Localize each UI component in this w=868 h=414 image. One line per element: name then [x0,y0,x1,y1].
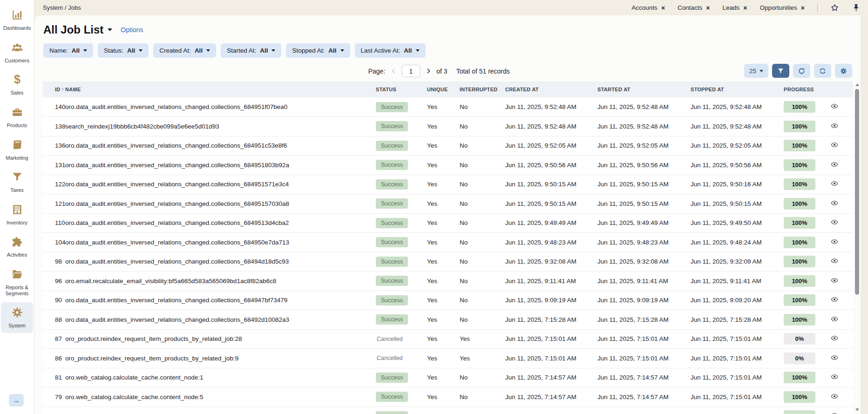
options-link[interactable]: Options [121,26,143,34]
job-row[interactable]: 122 oro.data_audit.entities_inversed_rel… [43,175,853,194]
main-menu-sidebar: Dashboards Customers $ Sales Products Ma… [0,0,34,414]
sidebar-item[interactable]: Products [1,102,33,133]
view-job-icon[interactable] [831,354,838,361]
column-header-created-at[interactable]: CREATED AT [499,81,591,97]
view-job-icon[interactable] [831,393,838,400]
column-header-interrupted[interactable]: INTERRUPTED [453,81,499,97]
job-row[interactable]: 104 oro.data_audit.entities_inversed_rel… [43,233,853,252]
reset-button[interactable] [814,64,831,78]
pinned-tab[interactable]: Leads × [723,4,747,11]
pinned-tab[interactable]: Contacts × [678,4,710,11]
sidebar-item[interactable]: $ Sales [1,69,33,100]
sidebar-item-label: Marketing [6,155,28,161]
filter-chip[interactable]: Stopped At: All [286,43,350,58]
filter-chip[interactable]: Started At: All [221,43,281,58]
job-unique: Yes [420,136,453,156]
job-created-at: Jun 11, 2025, 9:09:19 AM [499,291,591,310]
sidebar-item[interactable]: Activities [1,231,33,262]
column-header-id[interactable]: ID↑ [43,81,65,97]
filter-chip[interactable]: Last Active At: All [355,43,426,58]
job-row-partial[interactable]: Success 100% [43,407,853,414]
page-number-input[interactable] [401,65,420,77]
job-row[interactable]: 90 oro.data_audit.entities_inversed_rela… [43,291,853,310]
filter-toggle-button[interactable] [772,64,789,78]
scroll-down-icon[interactable] [855,408,859,411]
pinned-tab[interactable]: Opportunities × [760,4,805,11]
next-page-icon[interactable] [425,68,431,74]
job-row[interactable]: 121 oro.data_audit.entities_inversed_rel… [43,194,853,214]
filter-chip[interactable]: Name: All [43,43,93,58]
sidebar-item[interactable]: Dashboards [1,5,33,35]
view-job-icon[interactable] [831,102,838,110]
view-job-icon[interactable] [831,315,838,323]
close-icon[interactable]: × [801,5,805,11]
view-job-icon[interactable] [831,277,838,284]
job-stopped-at: Jun 11, 2025, 7:15:01 AM [684,387,777,407]
column-header-progress[interactable]: PROGRESS [777,81,826,97]
column-header-actions [826,81,853,97]
job-row[interactable]: 81 oro.web_catalog.calculate_cache.conte… [43,368,853,387]
job-row[interactable]: 88 oro.data_audit.entities_inversed_rela… [43,310,853,330]
sort-asc-icon: ↑ [61,86,64,93]
refresh-button[interactable] [793,64,810,78]
topbar-right: Accounts × Contacts × Leads × Opportunit… [631,3,861,12]
column-header-unique[interactable]: UNIQUE [420,81,453,97]
view-job-icon[interactable] [831,161,838,168]
view-job-icon[interactable] [831,373,838,380]
job-row[interactable]: 86 oro_product.reindex_request_item_prod… [43,349,853,368]
view-job-icon[interactable] [831,218,838,226]
pin-icon[interactable] [852,3,861,12]
sidebar-item[interactable]: Taxes [1,167,33,197]
view-job-icon[interactable] [831,257,838,265]
close-icon[interactable]: × [706,5,710,11]
chevron-down-icon [416,49,420,52]
job-row[interactable]: 79 oro.web_catalog.calculate_cache.conte… [43,387,853,407]
job-name: oro.data_audit.entities_inversed_relatio… [65,194,365,214]
column-header-name[interactable]: NAME [65,81,365,97]
title-dropdown-caret-icon[interactable] [108,28,112,31]
job-row[interactable]: 140 oro.data_audit.entities_inversed_rel… [43,97,853,117]
view-job-icon[interactable] [831,141,838,149]
grid-settings-button[interactable] [835,64,852,78]
view-job-icon[interactable] [831,122,838,129]
view-job-icon[interactable] [831,238,838,245]
sidebar-item[interactable]: System [1,302,33,333]
job-row[interactable]: 136 oro.data_audit.entities_inversed_rel… [43,136,853,156]
close-icon[interactable]: × [661,5,665,11]
favorite-star-icon[interactable] [830,3,839,12]
column-header-started-at[interactable]: STARTED AT [591,81,684,97]
view-job-icon[interactable] [831,334,838,342]
view-job-icon[interactable] [831,296,838,303]
job-row[interactable]: 87 oro_product.reindex_request_item_prod… [43,329,853,349]
job-created-at: Jun 11, 2025, 9:52:05 AM [499,136,591,156]
job-row[interactable]: 98 oro.data_audit.entities_inversed_rela… [43,252,853,271]
job-row[interactable]: 96 oro.email.recalculate_email_visibilit… [43,271,853,291]
sidebar-expand-button[interactable]: → [9,394,24,407]
scrollbar-thumb[interactable] [855,89,859,295]
column-header-stopped-at[interactable]: STOPPED AT [684,81,777,97]
sidebar-item[interactable]: Reports & Segments [1,264,33,300]
view-job-icon[interactable] [831,199,838,207]
sidebar-item[interactable]: Marketing [1,135,33,165]
job-row[interactable]: 138 search_reindex|19bbb6cb4f482cbe099a5… [43,117,853,136]
job-id: 104 [43,233,65,252]
breadcrumb[interactable]: System / Jobs [43,4,81,11]
job-stopped-at: Jun 11, 2025, 9:52:05 AM [684,136,777,156]
view-job-icon[interactable] [831,412,838,414]
sidebar-item-icon [11,139,23,153]
window-scroll-gutter[interactable] [861,15,868,414]
scroll-up-icon[interactable] [855,83,859,86]
filter-chip[interactable]: Created At: All [153,43,216,58]
job-row[interactable]: 131 oro.data_audit.entities_inversed_rel… [43,156,853,175]
job-stopped-at: Jun 11, 2025, 9:32:09 AM [684,252,777,271]
close-icon[interactable]: × [743,5,747,11]
pinned-tab[interactable]: Accounts × [631,4,665,11]
sidebar-item-label: System [8,323,26,329]
job-row[interactable]: 110 oro.data_audit.entities_inversed_rel… [43,213,853,233]
page-size-select[interactable]: 25 [744,64,768,78]
filter-chip[interactable]: Status: All [98,43,149,58]
view-job-icon[interactable] [831,180,838,187]
column-header-status[interactable]: STATUS [365,81,420,97]
sidebar-item[interactable]: Customers [1,37,33,68]
sidebar-item[interactable]: Inventory [1,199,33,230]
